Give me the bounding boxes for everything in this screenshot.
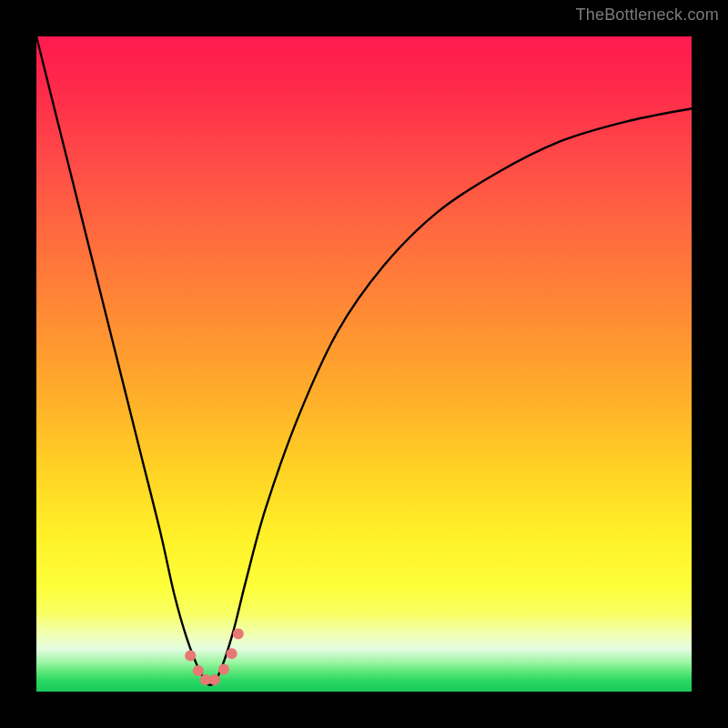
watermark-text: TheBottleneck.com (576, 5, 719, 25)
plot-area (36, 36, 692, 692)
dot-2 (193, 665, 204, 676)
marker-group (185, 629, 244, 685)
bottleneck-curve (36, 36, 692, 685)
chart-stage: TheBottleneck.com (0, 0, 728, 728)
dot-7 (233, 629, 244, 640)
curve-svg (36, 36, 692, 692)
dot-6 (227, 648, 238, 659)
dot-1 (185, 650, 196, 661)
dot-4 (209, 674, 220, 685)
dot-5 (218, 664, 229, 675)
